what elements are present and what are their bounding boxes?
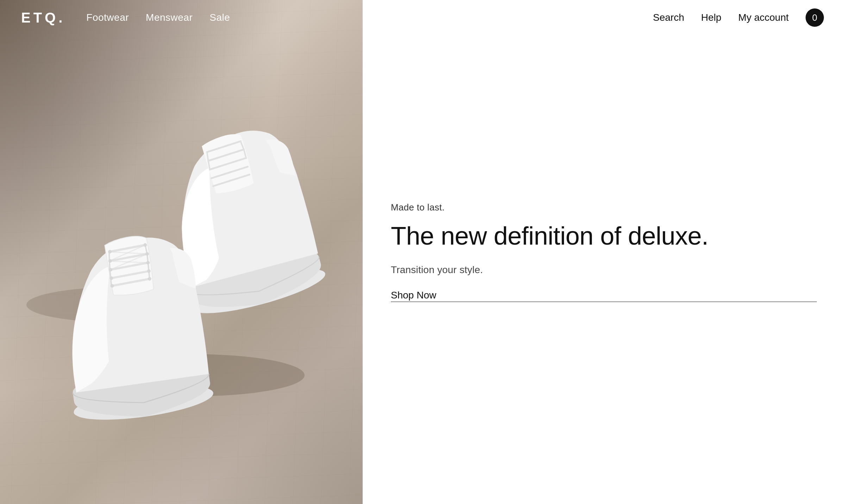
shop-now-button[interactable]: Shop Now [391, 290, 817, 302]
hero-headline: The new definition of deluxe. [391, 221, 817, 251]
my-account-link[interactable]: My account [738, 12, 789, 23]
hero-image-panel [0, 0, 363, 504]
search-link[interactable]: Search [653, 12, 684, 23]
header-right: Search Help My account 0 [653, 8, 824, 27]
hero-subheadline: Transition your style. [391, 264, 817, 276]
main-layout: Made to last. The new definition of delu… [0, 0, 845, 504]
sneaker-background [0, 0, 363, 504]
nav-item-sale[interactable]: Sale [209, 12, 230, 23]
help-link[interactable]: Help [701, 12, 721, 23]
nav-item-menswear[interactable]: Menswear [146, 12, 193, 23]
hero-content-panel: Made to last. The new definition of delu… [363, 0, 845, 504]
sneaker-image-container [0, 0, 363, 504]
header-left: ETQ. Footwear Menswear Sale [21, 10, 230, 26]
hero-tagline: Made to last. [391, 202, 817, 213]
nav-item-footwear[interactable]: Footwear [86, 12, 129, 23]
sneaker-svg [23, 58, 340, 446]
cart-badge[interactable]: 0 [806, 8, 824, 27]
main-nav: Footwear Menswear Sale [86, 12, 230, 23]
brand-logo[interactable]: ETQ. [21, 10, 65, 26]
